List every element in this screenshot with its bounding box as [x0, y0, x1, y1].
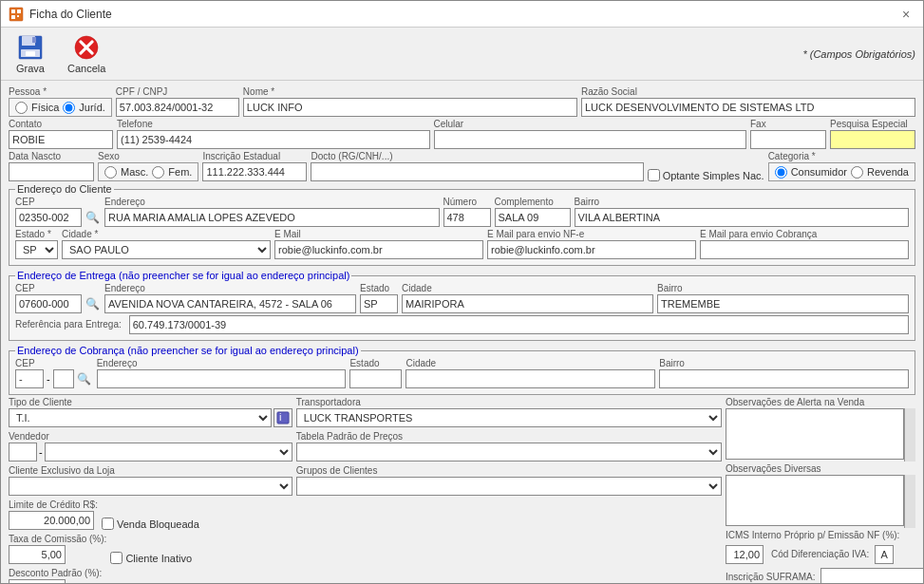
cobranca-cep-input2[interactable] — [53, 369, 74, 388]
obs-diversas-textarea[interactable] — [726, 475, 904, 526]
cobranca-cidade-input[interactable] — [405, 369, 655, 388]
cliente-inativo-label[interactable]: Cliente Inativo — [125, 553, 192, 564]
bairro-input[interactable]: VILA ALBERTINA — [575, 208, 910, 227]
inscricao-estadual-input[interactable]: 111.222.333.444 — [202, 162, 307, 181]
email-nfe-input[interactable]: robie@luckinfo.com.br — [487, 240, 696, 259]
categoria-label: Categoria * — [768, 151, 915, 161]
optante-label[interactable]: Optante Simples Nac. — [663, 170, 764, 181]
masc-radio[interactable] — [104, 166, 117, 179]
suframa-label: Inscrição SUFRAMA: — [726, 572, 815, 582]
endereco-row2: Estado * SP Cidade * SAO PAULO E Mail ro… — [15, 229, 909, 259]
cod-diferenciacao-input[interactable]: A — [875, 545, 894, 564]
grupos-clientes-select[interactable] — [296, 477, 722, 496]
complemento-input[interactable]: SALA 09 — [495, 208, 571, 227]
save-button[interactable]: Grava — [9, 30, 52, 78]
referencia-input[interactable]: 60.749.173/0001-39 — [129, 315, 909, 334]
entrega-cep-input[interactable]: 07600-000 — [15, 294, 82, 313]
cpf-cnpj-input[interactable]: 57.003.824/0001-32 — [116, 98, 239, 117]
endereco-principal-legend: Endereço do Cliente — [15, 183, 114, 195]
entrega-endereco-input[interactable]: AVENIDA NOVA CANTAREIRA, 4572 - SALA 06 — [104, 294, 356, 313]
razao-social-input[interactable]: LUCK DESENVOLVIMENTO DE SISTEMAS LTD — [581, 98, 915, 117]
entrega-bairro-input[interactable]: TREMEMBE — [657, 294, 909, 313]
estado-select[interactable]: SP — [15, 240, 58, 259]
obs-alerta-textarea[interactable] — [726, 408, 904, 460]
entrega-cep-field: CEP 07600-000 🔍 — [15, 283, 101, 313]
cancel-button[interactable]: Cancela — [60, 30, 113, 78]
entrega-cep-label: CEP — [15, 283, 101, 293]
numero-input[interactable]: 478 — [443, 208, 491, 227]
obs-diversas-wrapper — [726, 475, 915, 528]
juridica-label[interactable]: Juríd. — [79, 102, 105, 113]
pesquisa-especial-input[interactable] — [830, 130, 915, 149]
optante-checkbox[interactable] — [648, 169, 660, 181]
fem-label[interactable]: Fem. — [168, 166, 192, 178]
fisica-radio[interactable] — [15, 102, 28, 114]
cobranca-endereco-field: Endereço — [97, 358, 347, 388]
celular-input[interactable] — [434, 130, 747, 149]
suframa-input[interactable] — [820, 568, 923, 583]
icms-input[interactable]: 12,00 — [726, 545, 764, 564]
svg-rect-0 — [9, 8, 23, 21]
entrega-cep-search-button[interactable]: 🔍 — [84, 295, 101, 312]
close-button[interactable]: × — [896, 5, 915, 24]
masc-label[interactable]: Masc. — [121, 166, 148, 178]
revenda-radio[interactable] — [851, 166, 863, 179]
contato-input[interactable]: ROBIE — [9, 130, 113, 149]
juridica-radio[interactable] — [63, 102, 75, 114]
taxa-comissao-label: Taxa de Comissão (%): — [9, 534, 106, 544]
cpf-cnpj-label: CPF / CNPJ — [116, 86, 239, 97]
cidade-select[interactable]: SAO PAULO — [62, 240, 271, 259]
venda-bloqueada-checkbox[interactable] — [102, 518, 114, 530]
endereco-label: Endereço — [104, 197, 440, 207]
vendedor-select[interactable] — [45, 443, 292, 462]
cobranca-cidade-label: Cidade — [405, 358, 655, 368]
obs-alerta-label: Observações de Alerta na Venda — [726, 397, 915, 407]
window-icon — [9, 7, 24, 22]
cliente-inativo-checkbox[interactable] — [110, 552, 123, 564]
endereco-input[interactable]: RUA MARIA AMALIA LOPES AZEVEDO — [104, 208, 440, 227]
cobranca-cep-input[interactable]: - — [15, 369, 44, 388]
save-label: Grava — [16, 63, 45, 74]
bottom-section: Tipo de Cliente T.I. i Transportadora — [9, 397, 915, 583]
email-input[interactable]: robie@luckinfo.com.br — [274, 240, 483, 259]
tabela-padrao-select[interactable] — [296, 443, 722, 462]
tipo-cliente-select[interactable]: T.I. — [9, 408, 272, 427]
limite-credito-input[interactable]: 20.000,00 — [9, 511, 94, 530]
cobranca-bairro-input[interactable] — [659, 369, 909, 388]
cep-search-button[interactable]: 🔍 — [84, 209, 101, 226]
endereco-cobranca-group: Endereço de Cobrança (não preencher se f… — [9, 345, 915, 395]
entrega-cidade-input[interactable]: MAIRIPORA — [402, 294, 653, 313]
transportadora-select[interactable]: LUCK TRANSPORTES — [296, 408, 722, 427]
desconto-padrao-input[interactable]: 2,34 — [9, 579, 66, 583]
fax-input[interactable] — [750, 130, 826, 149]
consumidor-radio[interactable] — [775, 166, 787, 179]
data-nascto-input[interactable] — [9, 162, 94, 181]
telefone-input[interactable]: (11) 2539-4424 — [117, 130, 430, 149]
icms-label: ICMS Interno Próprio p/ Emissão NF (%): — [726, 530, 899, 540]
cep-input[interactable]: 02350-002 — [15, 208, 82, 227]
vendedor-input1[interactable] — [9, 443, 37, 462]
cobranca-estado-input[interactable] — [349, 369, 402, 388]
grupos-clientes-field: Grupos de Clientes — [296, 465, 722, 496]
cep-field: CEP 02350-002 🔍 — [15, 197, 101, 227]
docto-input[interactable] — [311, 162, 643, 181]
taxa-comissao-input[interactable]: 5,00 — [9, 545, 66, 564]
row-pessoa: Pessoa * Física Juríd. CPF / CNPJ 57.003… — [9, 86, 915, 117]
cobranca-endereco-input[interactable] — [97, 369, 347, 388]
cobranca-cep-search-button[interactable]: 🔍 — [76, 370, 93, 387]
nome-input[interactable]: LUCK INFO — [243, 98, 577, 117]
cliente-exclusivo-select[interactable] — [9, 477, 292, 496]
consumidor-label[interactable]: Consumidor — [791, 166, 847, 178]
email-cobranca-input[interactable] — [700, 240, 909, 259]
fisica-label[interactable]: Física — [31, 102, 59, 113]
nome-label: Nome * — [243, 86, 577, 97]
fem-radio[interactable] — [152, 166, 164, 179]
email-field: E Mail robie@luckinfo.com.br — [274, 229, 483, 259]
svg-rect-1 — [11, 9, 15, 13]
venda-bloqueada-label[interactable]: Venda Bloqueada — [117, 518, 199, 530]
revenda-label[interactable]: Revenda — [867, 166, 909, 178]
tipo-cliente-edit-button[interactable]: i — [273, 408, 292, 427]
row-nascto: Data Nascto Sexo Masc. Fem. Inscrição Es… — [9, 151, 915, 181]
entrega-estado-input[interactable]: SP — [360, 294, 398, 313]
row-icms: ICMS Interno Próprio p/ Emissão NF (%): … — [726, 530, 915, 564]
